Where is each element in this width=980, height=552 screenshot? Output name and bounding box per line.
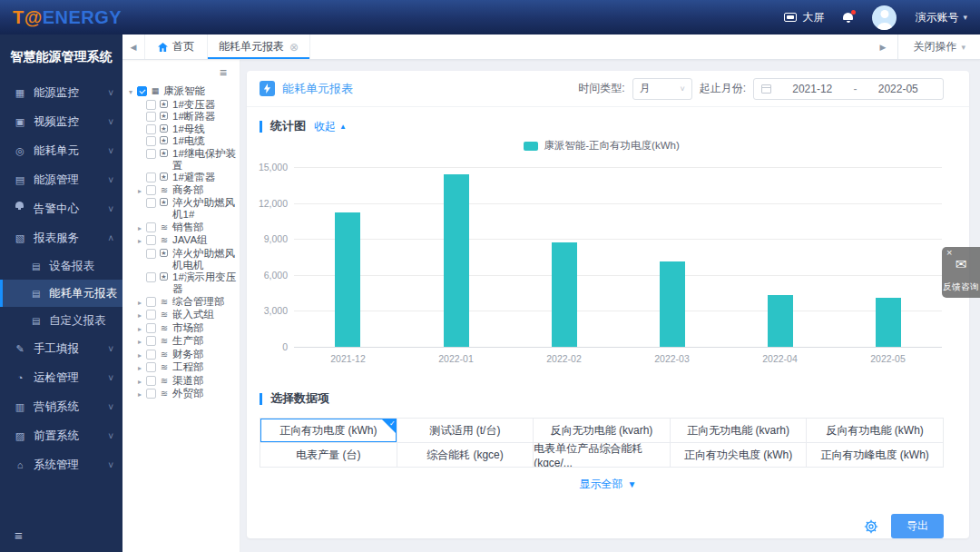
tree-item[interactable]: ▸≋市场部 [129, 322, 240, 335]
caret-right-icon[interactable]: ▸ [138, 234, 146, 247]
show-all-button[interactable]: 显示全部 ▼ [247, 477, 969, 492]
tree-item[interactable]: ▸≋销售部 [129, 222, 240, 234]
tree-item[interactable]: ▾▦康派智能 [129, 85, 240, 98]
tree-item[interactable]: ▸≋JAVA组 [129, 234, 240, 247]
tree-item[interactable]: ▸≋财务部 [129, 349, 240, 361]
checkbox[interactable] [146, 362, 156, 372]
sidebar-item-manual-fill[interactable]: ✎手工填报˅ [0, 334, 122, 363]
collapse-chart-button[interactable]: 收起 ▲ [314, 119, 347, 134]
caret-right-icon[interactable]: ▸ [138, 184, 146, 197]
feedback-widget[interactable]: × ✉ 反馈咨询 [942, 247, 980, 298]
data-item-cell[interactable]: 正向无功电能 (kvarh) [671, 419, 808, 443]
tabs-forward-icon[interactable]: ▶ [867, 34, 898, 59]
sidebar-item-system-mgmt[interactable]: ⌂系统管理˅ [0, 450, 122, 479]
tree-item[interactable]: ▸≋生产部 [129, 335, 240, 348]
caret-right-icon[interactable]: ▸ [138, 349, 146, 361]
checkbox[interactable] [146, 350, 156, 360]
caret-right-icon[interactable]: ▸ [138, 309, 146, 321]
tree-item[interactable]: ★1#电缆 [129, 135, 240, 147]
sidebar-item-energy-unit-report[interactable]: ▤能耗单元报表 [0, 280, 122, 307]
data-item-cell[interactable]: 正向有功峰电度 (kWh) [807, 443, 944, 468]
caret-right-icon[interactable]: ▸ [138, 361, 146, 374]
sidebar-item-marketing-system[interactable]: ▥营销系统˅ [0, 392, 122, 421]
tabs-back-icon[interactable]: ◀ [122, 34, 144, 59]
sidebar-item-alarm-center[interactable]: 告警中心˅ [0, 194, 122, 223]
sidebar-item-report-service[interactable]: ▧报表服务˄ [0, 223, 122, 252]
checkbox[interactable] [146, 235, 156, 245]
tree-collapse-icon[interactable]: ≡ [220, 65, 227, 80]
checkbox[interactable] [146, 297, 156, 307]
caret-right-icon[interactable]: ▸ [138, 322, 146, 335]
tab-energy-unit-report[interactable]: 能耗单元报表 ⊗ [208, 34, 310, 59]
export-button[interactable]: 导出 [891, 514, 944, 538]
caret-right-icon[interactable]: ▸ [138, 375, 146, 388]
tree-item[interactable]: ★1#母线 [129, 123, 240, 135]
bar-2022-02[interactable] [552, 242, 577, 347]
data-item-cell[interactable]: 正向有功电度 (kWh)✓ [260, 419, 397, 443]
checkbox[interactable] [146, 136, 156, 146]
caret-right-icon[interactable]: ▸ [138, 335, 146, 348]
tree-item[interactable]: ★1#断路器 [129, 111, 240, 123]
chart-legend[interactable]: 康派智能-正向有功电度(kWh) [260, 139, 944, 153]
tree-item[interactable]: ★淬火炉助燃风机1# [129, 197, 240, 221]
tree-item[interactable]: ▸≋外贸部 [129, 388, 240, 400]
checkbox[interactable] [146, 336, 156, 346]
time-type-select[interactable]: 月 ˅ [632, 78, 692, 100]
sidebar-item-video-monitor[interactable]: ▣视频监控˅ [0, 107, 122, 136]
bar-2022-03[interactable] [660, 261, 685, 347]
range-end-value[interactable]: 2022-05 [861, 83, 936, 95]
bar-2021-12[interactable] [335, 212, 360, 347]
big-screen-button[interactable]: 大屏 [784, 10, 824, 25]
notification-bell-icon[interactable] [842, 12, 854, 24]
tree-item[interactable]: ▸≋商务部 [129, 184, 240, 197]
tree-item[interactable]: ★1#变压器 [129, 99, 240, 111]
tree-item[interactable]: ▸≋嵌入式组 [129, 309, 240, 321]
checkbox[interactable] [146, 272, 156, 282]
bar-2022-04[interactable] [768, 295, 793, 347]
account-menu[interactable]: 演示账号 ▾ [915, 10, 967, 25]
bar-2022-05[interactable] [876, 298, 901, 347]
tree-item[interactable]: ★1#演示用变压器 [129, 271, 240, 295]
tree-item[interactable]: ★1#避雷器 [129, 172, 240, 183]
checkbox[interactable] [146, 172, 156, 182]
range-start-value[interactable]: 2021-12 [775, 83, 850, 95]
checkbox[interactable] [146, 323, 156, 333]
tree-item[interactable]: ▸≋渠道部 [129, 375, 240, 388]
checkbox[interactable] [146, 112, 156, 122]
month-range-picker[interactable]: 2021-12 - 2022-05 [753, 78, 944, 100]
sidebar-item-front-system[interactable]: ▨前置系统˅ [0, 421, 122, 450]
caret-down-icon[interactable]: ▾ [129, 85, 137, 98]
checkbox[interactable] [146, 124, 156, 134]
checkbox[interactable] [146, 185, 156, 195]
data-item-cell[interactable]: 正向有功尖电度 (kWh) [671, 443, 808, 468]
tree-item[interactable]: ★淬火炉助燃风机电机 [129, 248, 240, 271]
checkbox[interactable] [146, 198, 156, 208]
checkbox[interactable] [137, 86, 147, 96]
bar-2022-01[interactable] [444, 174, 469, 347]
close-operation-dropdown[interactable]: 关闭操作 ▾ [898, 34, 980, 59]
tab-home[interactable]: 首页 [144, 34, 208, 59]
data-item-cell[interactable]: 电表单位产品综合能耗 (kgce/... [534, 443, 671, 468]
caret-right-icon[interactable]: ▸ [138, 222, 146, 234]
checkbox[interactable] [146, 222, 156, 232]
caret-right-icon[interactable]: ▸ [138, 296, 146, 309]
settings-gear-icon[interactable] [864, 519, 878, 534]
tree-item[interactable]: ▸≋工程部 [129, 361, 240, 374]
sidebar-item-energy-mgmt[interactable]: ▤能源管理˅ [0, 165, 122, 194]
tree-item[interactable]: ★1#继电保护装置 [129, 148, 240, 172]
data-item-cell[interactable]: 反向有功电能 (kWh) [807, 419, 944, 443]
sidebar-collapse-icon[interactable]: ≡ [15, 527, 23, 543]
checkbox[interactable] [146, 310, 156, 320]
checkbox[interactable] [146, 149, 156, 159]
checkbox[interactable] [146, 389, 156, 399]
sidebar-item-custom-report[interactable]: ▤自定义报表 [0, 307, 122, 334]
tab-close-icon[interactable]: ⊗ [289, 41, 299, 54]
data-item-cell[interactable]: 综合能耗 (kgce) [397, 443, 534, 468]
checkbox[interactable] [146, 249, 156, 259]
sidebar-item-ops-mgmt[interactable]: ◔运检管理˅ [0, 363, 122, 392]
user-avatar[interactable] [872, 5, 897, 30]
data-item-cell[interactable]: 反向无功电能 (kvarh) [534, 419, 671, 443]
checkbox[interactable] [146, 376, 156, 386]
tree-item[interactable]: ▸≋综合管理部 [129, 296, 240, 309]
caret-right-icon[interactable]: ▸ [138, 388, 146, 400]
